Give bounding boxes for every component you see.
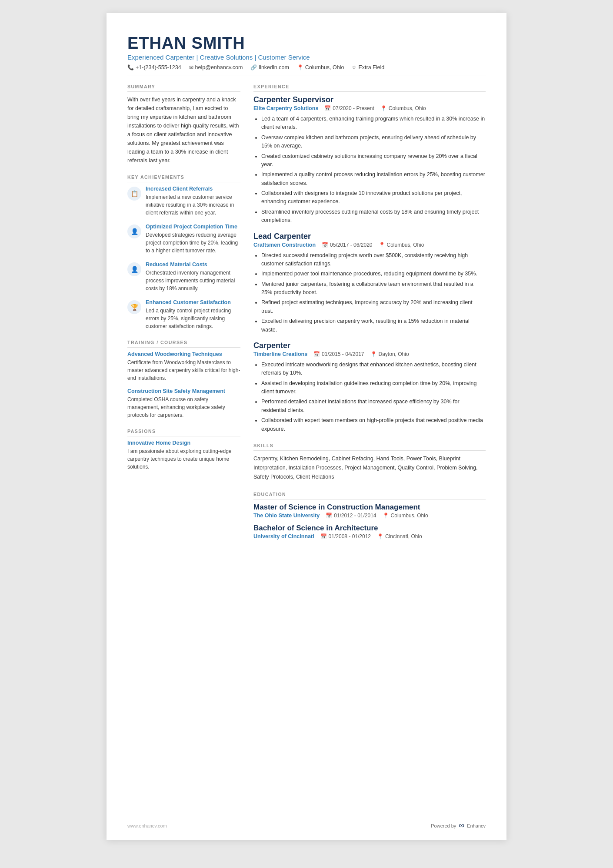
passion-desc-1: I am passionate about exploring cutting-… <box>127 447 240 471</box>
edu-school-2: University of Cincinnati <box>253 533 314 540</box>
calendar-icon-edu-2: 📅 <box>320 533 327 540</box>
job-location-2: 📍 Columbus, Ohio <box>379 242 424 248</box>
location-contact: 📍 Columbus, Ohio <box>297 64 344 70</box>
edu-item-1: Master of Science in Construction Manage… <box>253 503 486 519</box>
bullet: Excelled in delivering precision carpent… <box>261 317 486 334</box>
bullet: Implemented power tool maintenance proce… <box>261 270 486 278</box>
bullet: Refined project estimating techniques, i… <box>261 298 486 315</box>
job-company-2: Craftsmen Construction <box>253 242 316 248</box>
email-value: help@enhancv.com <box>195 64 243 70</box>
job-dates-2: 📅 05/2017 - 06/2020 <box>322 242 372 248</box>
job-3: Carpenter Timberline Creations 📅 01/2015… <box>253 341 486 433</box>
edu-dates-2: 📅 01/2008 - 01/2012 <box>320 533 371 540</box>
pin-icon-3: 📍 <box>370 351 377 357</box>
linkedin-contact: 🔗 linkedin.com <box>250 64 289 70</box>
job-meta-2: Craftsmen Construction 📅 05/2017 - 06/20… <box>253 242 486 248</box>
job-location-1: 📍 Columbus, Ohio <box>380 105 426 111</box>
job-dates-1: 📅 07/2020 - Present <box>324 105 374 111</box>
achievement-icon-wrap-3: 👤 <box>127 262 141 276</box>
bullet: Directed successful remodeling projects … <box>261 251 486 268</box>
achievement-icon-wrap-2: 👤 <box>127 225 141 238</box>
footer-website: www.enhancv.com <box>127 823 167 828</box>
brand-name: Enhancv <box>467 823 486 828</box>
training-item-2: Construction Site Safety Management Comp… <box>127 388 240 419</box>
summary-section: SUMMARY With over five years in carpentr… <box>127 84 240 165</box>
summary-label: SUMMARY <box>127 84 240 92</box>
linkedin-value: linkedin.com <box>259 64 289 70</box>
job-bullets-1: Led a team of 4 carpenters, enhancing tr… <box>253 115 486 225</box>
achievement-icon-2: 👤 <box>131 228 138 235</box>
skills-label: SKILLS <box>253 443 486 451</box>
candidate-title: Experienced Carpenter | Creative Solutio… <box>127 54 486 61</box>
phone-value: +1-(234)-555-1234 <box>136 64 181 70</box>
training-item-1: Advanced Woodworking Techniques Certific… <box>127 351 240 382</box>
passion-title-1: Innovative Home Design <box>127 440 240 446</box>
bullet: Implemented a quality control process re… <box>261 171 486 188</box>
star-icon: ☆ <box>352 64 356 70</box>
training-label: TRAINING / COURSES <box>127 340 240 348</box>
edu-title-1: Master of Science in Construction Manage… <box>253 503 486 512</box>
extra-contact: ☆ Extra Field <box>352 64 384 70</box>
training-desc-1: Certificate from Woodworking Masterclass… <box>127 359 240 382</box>
achievement-desc-4: Led a quality control project reducing e… <box>146 307 240 330</box>
job-title-3: Carpenter <box>253 341 486 350</box>
job-title-2: Lead Carpenter <box>253 232 486 241</box>
location-value: Columbus, Ohio <box>305 64 344 70</box>
edu-meta-2: University of Cincinnati 📅 01/2008 - 01/… <box>253 533 486 540</box>
bullet: Created customized cabinetry solutions i… <box>261 152 486 169</box>
edu-school-1: The Ohio State University <box>253 513 320 519</box>
email-contact: ✉ help@enhancv.com <box>189 64 243 70</box>
edu-item-2: Bachelor of Science in Architecture Univ… <box>253 524 486 540</box>
achievement-desc-1: Implemented a new customer service initi… <box>146 193 240 217</box>
achievement-icon-4: 🏆 <box>131 304 138 311</box>
key-achievements-section: KEY ACHIEVEMENTS 📋 Increased Client Refe… <box>127 174 240 330</box>
header: ETHAN SMITH Experienced Carpenter | Crea… <box>127 34 486 76</box>
job-1: Carpenter Supervisor Elite Carpentry Sol… <box>253 95 486 225</box>
experience-section: EXPERIENCE Carpenter Supervisor Elite Ca… <box>253 84 486 433</box>
bullet: Performed detailed cabinet installations… <box>261 398 486 415</box>
job-bullets-2: Directed successful remodeling projects … <box>253 251 486 334</box>
phone-contact: 📞 +1-(234)-555-1234 <box>127 64 181 70</box>
experience-label: EXPERIENCE <box>253 84 486 92</box>
achievement-title-3: Reduced Material Costs <box>146 261 240 268</box>
job-bullets-3: Executed intricate woodworking designs t… <box>253 361 486 433</box>
education-label: EDUCATION <box>253 492 486 499</box>
phone-icon: 📞 <box>127 64 134 70</box>
edu-location-1: 📍 Columbus, Ohio <box>383 513 428 519</box>
bullet: Streamlined inventory processes cutting … <box>261 208 486 225</box>
resume-page: ETHAN SMITH Experienced Carpenter | Crea… <box>107 13 506 840</box>
bullet: Collaborated with designers to integrate… <box>261 189 486 206</box>
achievement-icon-1: 📋 <box>131 190 138 197</box>
email-icon: ✉ <box>189 64 193 70</box>
job-2: Lead Carpenter Craftsmen Construction 📅 … <box>253 232 486 334</box>
left-column: SUMMARY With over five years in carpentr… <box>127 84 240 549</box>
skills-text: Carpentry, Kitchen Remodeling, Cabinet R… <box>253 454 486 482</box>
job-dates-3: 📅 01/2015 - 04/2017 <box>313 351 364 357</box>
calendar-icon-2: 📅 <box>322 242 328 248</box>
achievement-desc-3: Orchestrated inventory management proces… <box>146 269 240 292</box>
edu-location-2: 📍 Cincinnati, Ohio <box>377 533 422 540</box>
training-title-1: Advanced Woodworking Techniques <box>127 351 240 357</box>
calendar-icon-edu-1: 📅 <box>326 513 332 519</box>
edu-title-2: Bachelor of Science in Architecture <box>253 524 486 533</box>
bullet: Collaborated with expert team members on… <box>261 416 486 433</box>
pin-icon-edu-1: 📍 <box>383 513 389 519</box>
calendar-icon-3: 📅 <box>313 351 320 357</box>
training-desc-2: Completed OSHA course on safety manageme… <box>127 395 240 419</box>
body-layout: SUMMARY With over five years in carpentr… <box>127 84 486 549</box>
achievement-desc-2: Developed strategies reducing average pr… <box>146 231 240 255</box>
contact-bar: 📞 +1-(234)-555-1234 ✉ help@enhancv.com 🔗… <box>127 64 486 76</box>
achievement-title-1: Increased Client Referrals <box>146 186 240 192</box>
job-meta-3: Timberline Creations 📅 01/2015 - 04/2017… <box>253 351 486 357</box>
pin-icon-2: 📍 <box>379 242 385 248</box>
job-company-1: Elite Carpentry Solutions <box>253 105 318 111</box>
bullet: Assisted in developing installation guid… <box>261 379 486 396</box>
bullet: Led a team of 4 carpenters, enhancing tr… <box>261 115 486 132</box>
candidate-name: ETHAN SMITH <box>127 34 486 53</box>
bullet: Executed intricate woodworking designs t… <box>261 361 486 378</box>
achievement-icon-3: 👤 <box>131 266 138 273</box>
summary-text: With over five years in carpentry and a … <box>127 95 240 165</box>
pin-icon-edu-2: 📍 <box>377 533 383 540</box>
calendar-icon-1: 📅 <box>324 105 331 111</box>
resume-footer: www.enhancv.com Powered by ∞ Enhancv <box>127 821 486 830</box>
